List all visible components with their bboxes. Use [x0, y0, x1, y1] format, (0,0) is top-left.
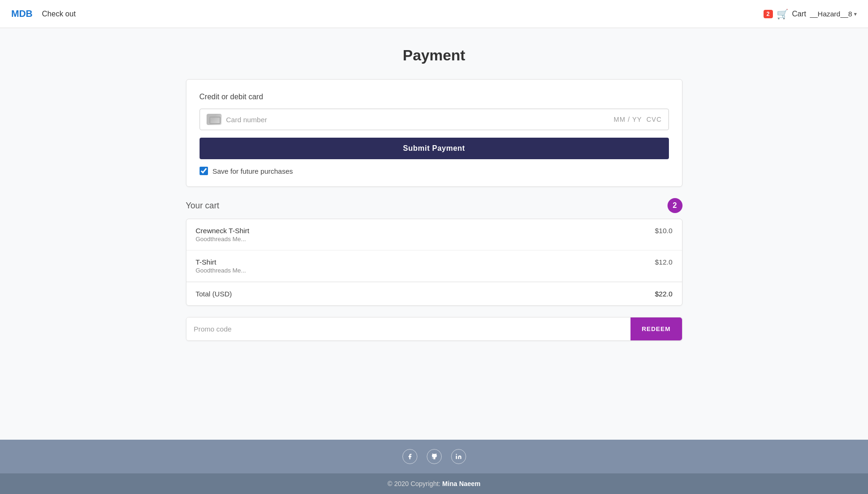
item-info: T-Shirt Goodthreads Me... — [196, 258, 246, 274]
cart-items-card: Crewneck T-Shirt Goodthreads Me... $10.0… — [186, 219, 683, 306]
item-name: T-Shirt — [196, 258, 246, 266]
item-price: $12.0 — [655, 258, 673, 266]
cart-section: Your cart 2 Crewneck T-Shirt Goodthreads… — [186, 198, 683, 306]
cart-label[interactable]: Cart — [792, 10, 806, 18]
card-date-cvc: MM / YY CVC — [614, 116, 662, 123]
save-label: Save for future purchases — [213, 167, 293, 175]
footer-social — [0, 440, 868, 473]
content-container: Credit or debit card Card number MM / YY… — [186, 79, 683, 341]
item-brand: Goodthreads Me... — [196, 236, 250, 243]
redeem-button[interactable]: REDEEM — [631, 317, 682, 340]
facebook-icon[interactable] — [402, 449, 417, 464]
cart-count-badge: 2 — [668, 198, 683, 213]
cart-item: Crewneck T-Shirt Goodthreads Me... $10.0 — [186, 219, 682, 251]
user-dropdown[interactable]: __Hazard__8 ▾ — [810, 10, 857, 18]
github-icon[interactable] — [427, 449, 442, 464]
total-label: Total (USD) — [196, 290, 232, 298]
save-row: Save for future purchases — [200, 167, 669, 175]
cvc-placeholder: CVC — [646, 116, 662, 123]
card-number-placeholder: Card number — [226, 116, 609, 124]
main-content: Payment Credit or debit card Card number… — [0, 28, 868, 440]
submit-payment-button[interactable]: Submit Payment — [200, 138, 669, 159]
date-placeholder: MM / YY — [614, 116, 642, 123]
footer-copyright: © 2020 Copyright: Mina Naeem — [0, 473, 868, 494]
copyright-text: © 2020 Copyright: — [387, 480, 440, 487]
navbar-right: 2 🛒 Cart __Hazard__8 ▾ — [764, 8, 857, 20]
item-info: Crewneck T-Shirt Goodthreads Me... — [196, 227, 250, 243]
cart-icon: 🛒 — [777, 8, 788, 20]
item-name: Crewneck T-Shirt — [196, 227, 250, 235]
page-title: Payment — [403, 47, 465, 64]
navbar-left: MDB Check out — [11, 8, 76, 19]
brand-logo[interactable]: MDB — [11, 8, 33, 19]
payment-card-title: Credit or debit card — [200, 93, 669, 101]
footer: © 2020 Copyright: Mina Naeem — [0, 440, 868, 494]
card-chip-icon — [207, 114, 222, 125]
username-label: __Hazard__8 — [810, 10, 852, 18]
cart-badge: 2 — [764, 10, 773, 18]
item-price: $10.0 — [655, 227, 673, 235]
svg-point-0 — [456, 454, 457, 455]
author-name: Mina Naeem — [442, 480, 481, 487]
item-brand: Goodthreads Me... — [196, 267, 246, 274]
checkout-label: Check out — [42, 10, 76, 18]
promo-code-input[interactable] — [186, 317, 631, 340]
payment-card: Credit or debit card Card number MM / YY… — [186, 79, 683, 187]
cart-title: Your cart — [186, 201, 219, 211]
navbar: MDB Check out 2 🛒 Cart __Hazard__8 ▾ — [0, 0, 868, 28]
save-checkbox[interactable] — [200, 167, 208, 175]
promo-card: REDEEM — [186, 317, 683, 341]
total-amount: $22.0 — [655, 290, 673, 298]
cart-header: Your cart 2 — [186, 198, 683, 213]
card-input-row[interactable]: Card number MM / YY CVC — [200, 109, 669, 130]
cart-total-row: Total (USD) $22.0 — [186, 282, 682, 305]
cart-item: T-Shirt Goodthreads Me... $12.0 — [186, 251, 682, 282]
chevron-down-icon: ▾ — [854, 11, 857, 17]
linkedin-icon[interactable] — [451, 449, 466, 464]
